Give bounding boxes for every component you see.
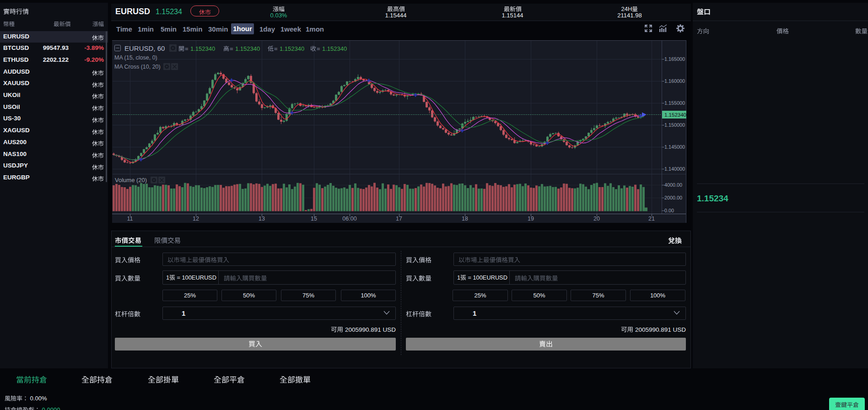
svg-text:4000.00: 4000.00: [664, 182, 682, 188]
svg-text:1.152340: 1.152340: [190, 45, 215, 52]
svg-text:1.152340: 1.152340: [235, 45, 260, 52]
svg-text:12: 12: [193, 216, 199, 222]
svg-text:20: 20: [593, 216, 600, 222]
svg-text:=: =: [185, 45, 189, 52]
svg-text:1.165000: 1.165000: [664, 56, 685, 62]
svg-text:=: =: [317, 45, 320, 52]
svg-text:MA Cross (10, 20): MA Cross (10, 20): [114, 64, 161, 70]
svg-text:EURUSD, 60: EURUSD, 60: [124, 44, 165, 52]
svg-text:1.145000: 1.145000: [664, 144, 685, 150]
svg-text:0.00: 0.00: [664, 208, 674, 213]
svg-text:1.140000: 1.140000: [664, 166, 685, 172]
svg-text:MA (15, close, 0): MA (15, close, 0): [114, 54, 157, 61]
svg-text:13: 13: [259, 216, 265, 222]
svg-text:11: 11: [127, 216, 133, 222]
svg-text:1.152340: 1.152340: [280, 45, 304, 52]
svg-text:18: 18: [462, 216, 468, 222]
svg-text:=: =: [230, 45, 233, 52]
svg-text:=: =: [274, 45, 278, 52]
svg-text:19: 19: [528, 216, 534, 222]
svg-text:06:00: 06:00: [342, 216, 356, 222]
svg-text:1.155000: 1.155000: [664, 100, 685, 106]
svg-text:1.160000: 1.160000: [664, 78, 685, 84]
svg-text:Volume (20): Volume (20): [115, 177, 147, 183]
svg-text:21: 21: [648, 216, 655, 222]
svg-text:1.152340: 1.152340: [664, 112, 686, 118]
svg-text:17: 17: [396, 216, 402, 222]
svg-text:1.152340: 1.152340: [322, 45, 347, 52]
svg-text:1.150000: 1.150000: [664, 122, 685, 128]
svg-text:15: 15: [311, 216, 317, 222]
svg-text:2000.00: 2000.00: [664, 195, 682, 200]
